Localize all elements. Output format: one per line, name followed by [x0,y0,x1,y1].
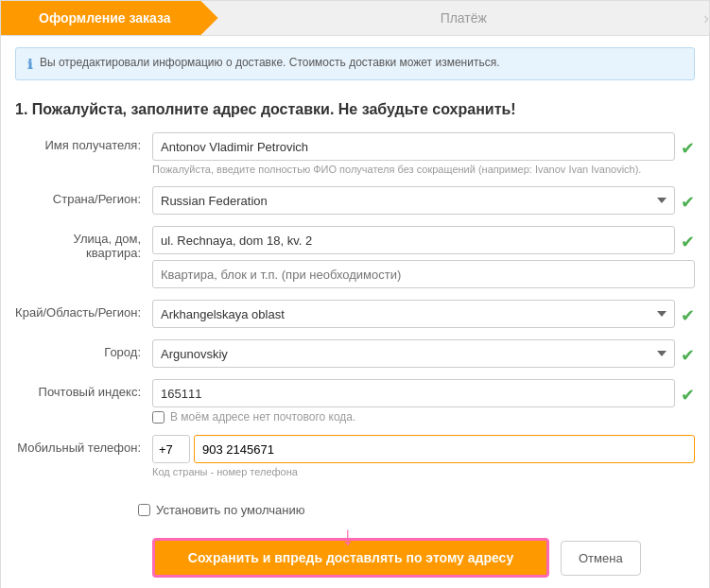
postal-field: ✔ В моём адресе нет почтового кода. [152,379,695,424]
country-row: Страна/Регион: Russian Federation ✔ [15,186,695,215]
region-check-icon: ✔ [681,305,695,326]
country-label: Страна/Регион: [15,186,152,206]
postal-label: Почтовый индекс: [15,379,152,399]
tab-order-label: Оформление заказа [39,10,171,26]
city-select[interactable]: Argunovskiy [152,339,675,368]
buttons-row: Сохранить и впредь доставлять по этому а… [152,538,695,578]
default-checkbox-label: Установить по умолчанию [156,503,304,517]
no-postal-row: В моём адресе нет почтового кода. [152,410,695,424]
street-check-icon: ✔ [681,232,695,252]
phone-field: Код страны - номер телефона [152,435,695,477]
region-field: Arkhangelskaya oblast ✔ [152,300,695,328]
header-tabs: Оформление заказа › Платёж › [1,1,709,36]
country-select[interactable]: Russian Federation [152,186,675,215]
phone-number-input[interactable] [194,435,695,463]
apt-input[interactable] [152,260,695,288]
no-postal-label: В моём адресе нет почтового кода. [170,410,355,424]
info-banner: ℹ Вы отредактировали информацию о достав… [15,47,695,80]
street-field: ✔ [152,226,695,288]
street-row: Улица, дом, квартира: ✔ [15,226,695,288]
city-row: Город: Argunovskiy ✔ [15,339,695,368]
recipient-field: ✔ Пожалуйста, введите полностью ФИО полу… [152,132,695,175]
no-postal-checkbox[interactable] [152,411,165,424]
default-checkbox[interactable] [138,504,150,516]
country-field: Russian Federation ✔ [152,186,695,215]
recipient-label: Имя получателя: [15,132,152,152]
postal-input[interactable] [152,379,675,407]
city-field: Argunovskiy ✔ [152,339,695,368]
info-icon: ℹ [27,57,32,72]
section-title: 1. Пожалуйста, заполните адрес доставки.… [1,92,709,132]
phone-prefix-input[interactable] [152,435,190,463]
recipient-hint: Пожалуйста, введите полностью ФИО получа… [152,164,695,175]
recipient-input[interactable] [152,132,675,161]
phone-row: Мобильный телефон: Код страны - номер те… [15,435,695,477]
default-checkbox-row: Установить по умолчанию [138,503,709,517]
tab-order[interactable]: Оформление заказа [1,1,218,35]
postal-row: Почтовый индекс: ✔ В моём адресе нет поч… [15,379,695,424]
city-label: Город: [15,339,152,359]
region-row: Край/Область/Регион: Arkhangelskaya obla… [15,300,695,328]
postal-check-icon: ✔ [681,385,695,406]
region-select[interactable]: Arkhangelskaya oblast [152,300,675,328]
form-container: Имя получателя: ✔ Пожалуйста, введите по… [1,132,709,503]
cancel-button[interactable]: Отмена [561,541,641,576]
tab-end-chevron-icon: › [703,9,709,28]
tab-payment-label: Платёж [441,10,487,26]
country-check-icon: ✔ [681,192,695,213]
phone-inputs [152,435,695,463]
recipient-row: Имя получателя: ✔ Пожалуйста, введите по… [15,132,695,175]
city-check-icon: ✔ [681,345,695,366]
recipient-check-icon: ✔ [681,138,695,159]
tab-payment[interactable]: Платёж [215,1,710,35]
phone-hint: Код страны - номер телефона [152,466,695,477]
arrow-icon: ↓ [341,521,355,551]
info-banner-text: Вы отредактировали информацию о доставке… [40,56,499,69]
street-input[interactable] [152,226,675,254]
street-label: Улица, дом, квартира: [15,226,152,260]
phone-label: Мобильный телефон: [15,435,152,455]
region-label: Край/Область/Регион: [15,300,152,320]
